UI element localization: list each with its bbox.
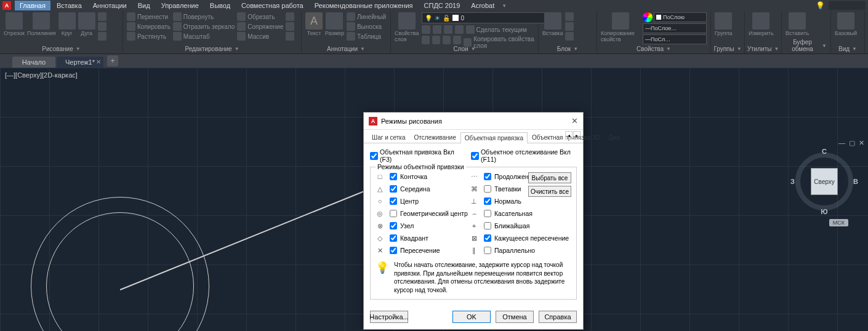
tab-dynamic[interactable]: Дин xyxy=(605,132,624,143)
draw-extra-1[interactable] xyxy=(98,12,106,21)
chevron-down-icon[interactable]: ▼ xyxy=(852,46,857,52)
osnap-on-check[interactable]: Объектная привязка Вкл (F3) xyxy=(370,148,459,163)
array-tool[interactable]: Массив xyxy=(237,32,283,41)
endpoint-check[interactable] xyxy=(390,173,397,180)
viewcube[interactable]: С Ю В З Сверху xyxy=(790,148,858,215)
extension-check[interactable] xyxy=(484,173,491,180)
viewcube-east[interactable]: В xyxy=(853,178,858,185)
tangent-check[interactable] xyxy=(484,210,491,217)
chevron-down-icon[interactable]: ▼ xyxy=(471,46,476,52)
arc-tool[interactable]: Дуга xyxy=(78,12,95,36)
viewcube-south[interactable]: Ю xyxy=(821,208,827,215)
measure-tool[interactable]: Измерить xyxy=(749,12,774,36)
bulb-icon[interactable]: 💡 xyxy=(816,1,825,10)
quadrant-check[interactable] xyxy=(390,234,397,242)
chevron-down-icon[interactable]: ▼ xyxy=(573,46,578,52)
menu-spds[interactable]: СПДС 2019 xyxy=(419,1,465,10)
app-logo[interactable]: A xyxy=(2,1,11,10)
layer-icon-8[interactable] xyxy=(453,36,461,44)
layer-icon-4[interactable] xyxy=(455,25,464,34)
chevron-down-icon[interactable]: ▼ xyxy=(235,46,239,52)
layer-combo[interactable]: 💡 ☀ 🔓 0 xyxy=(422,12,545,23)
linear-dim-tool[interactable]: Линейный xyxy=(347,12,386,21)
block-icon-2[interactable] xyxy=(565,22,574,31)
select-all-button[interactable]: Выбрать все xyxy=(528,172,571,183)
chevron-down-icon[interactable]: ▼ xyxy=(737,46,742,52)
mirror-tool[interactable]: Отразить зеркало xyxy=(173,22,235,31)
scale-tool[interactable]: Масштаб xyxy=(173,32,235,41)
dialog-titlebar[interactable]: A Режимы рисования ✕ xyxy=(364,113,583,130)
parallel-check[interactable] xyxy=(484,247,491,254)
insertion-check[interactable] xyxy=(484,185,491,193)
viewcube-north[interactable]: С xyxy=(822,148,827,155)
circle-tool[interactable]: Круг xyxy=(58,12,76,36)
line-tool[interactable]: Отрезок xyxy=(4,12,25,36)
polyline-tool[interactable]: Полилиния xyxy=(27,12,56,36)
viewport-label[interactable]: [—][Сверху][2D-каркас] xyxy=(5,71,78,79)
fillet-tool[interactable]: Сопряжение xyxy=(237,22,283,31)
chevron-down-icon[interactable]: ▼ xyxy=(76,46,81,52)
chevron-down-icon[interactable]: ▼ xyxy=(666,46,671,52)
text-tool[interactable]: AТекст xyxy=(305,12,323,36)
menu-featured[interactable]: Рекомендованные приложения xyxy=(310,1,418,10)
table-tool[interactable]: Таблица xyxy=(347,32,386,41)
maximize-icon[interactable]: ▢ xyxy=(849,139,855,147)
rotate-tool[interactable]: Повернуть xyxy=(173,12,235,21)
group-tool[interactable]: Группа xyxy=(715,12,733,36)
lineweight-combo[interactable]: — ПоСлое… xyxy=(643,23,707,33)
menu-home[interactable]: Главная xyxy=(15,1,50,10)
perp-check[interactable] xyxy=(484,197,491,205)
edit-extra-2[interactable] xyxy=(286,22,294,31)
tab-start[interactable]: Начало xyxy=(12,57,55,68)
menu-overflow-icon[interactable]: ▼ xyxy=(502,3,507,9)
edit-extra-1[interactable] xyxy=(286,12,294,21)
otrack-on-check[interactable]: Объектное отслеживание Вкл (F11) xyxy=(471,148,577,163)
midpoint-check[interactable] xyxy=(390,185,397,193)
copy-tool[interactable]: Копировать xyxy=(127,22,171,31)
color-combo[interactable]: ПоСлою xyxy=(654,12,707,22)
edit-attributes[interactable] xyxy=(565,32,574,41)
menu-manage[interactable]: Управление xyxy=(156,1,204,10)
linetype-combo[interactable]: — ПоСл… xyxy=(643,34,707,44)
close-icon[interactable]: ✕ xyxy=(96,58,101,65)
intersection-check[interactable] xyxy=(390,247,397,254)
tab-snap-grid[interactable]: Шаг и сетка xyxy=(368,132,409,143)
tab-drawing1[interactable]: Чертеж1*✕ xyxy=(57,57,103,68)
layer-icon-1[interactable] xyxy=(422,25,430,34)
menu-annotate[interactable]: Аннотации xyxy=(88,1,132,10)
color-wheel-icon[interactable] xyxy=(643,12,653,22)
chevron-down-icon[interactable]: ▼ xyxy=(360,46,365,52)
menu-insert[interactable]: Вставка xyxy=(52,1,87,10)
chevron-down-icon[interactable]: ▼ xyxy=(774,46,779,52)
dim-tool[interactable]: Размер xyxy=(325,12,344,36)
tab-osnap[interactable]: Объектная привязка xyxy=(460,132,528,143)
ucs-label[interactable]: МСК xyxy=(829,219,848,226)
draw-extra-2[interactable] xyxy=(98,22,106,31)
layer-icon-3[interactable] xyxy=(444,25,452,34)
menu-collab[interactable]: Совместная работа xyxy=(236,1,308,10)
paste-tool[interactable]: Вставить xyxy=(786,12,809,36)
options-button[interactable]: Настройка... xyxy=(370,311,408,323)
chevron-down-icon[interactable]: ▼ xyxy=(822,43,827,49)
draw-extra-3[interactable] xyxy=(98,32,106,41)
tab-polar[interactable]: Отслеживание xyxy=(409,132,460,143)
close-icon[interactable]: ✕ xyxy=(571,116,578,126)
geocenter-check[interactable] xyxy=(390,210,397,217)
move-tool[interactable]: Перенести xyxy=(127,12,171,21)
ok-button[interactable]: OK xyxy=(452,311,491,323)
tab-scroll-left-icon[interactable]: ◂ xyxy=(565,131,573,140)
layer-properties[interactable]: Свойства слоя xyxy=(395,12,419,42)
menu-acrobat[interactable]: Acrobat xyxy=(466,1,499,10)
trim-tool[interactable]: Обрезать xyxy=(237,12,283,21)
viewcube-west[interactable]: З xyxy=(790,178,795,185)
make-current[interactable]: Сделать текущим xyxy=(466,25,527,34)
center-check[interactable] xyxy=(390,197,397,205)
nearest-check[interactable] xyxy=(484,222,491,229)
menu-view[interactable]: Вид xyxy=(133,1,155,10)
close-icon[interactable]: ✕ xyxy=(859,139,864,147)
stretch-tool[interactable]: Растянуть xyxy=(127,32,171,41)
block-icon-1[interactable] xyxy=(565,12,574,21)
layer-icon-5[interactable] xyxy=(422,36,430,44)
apparent-check[interactable] xyxy=(484,234,491,242)
base-view-tool[interactable]: Базовый xyxy=(835,12,857,36)
